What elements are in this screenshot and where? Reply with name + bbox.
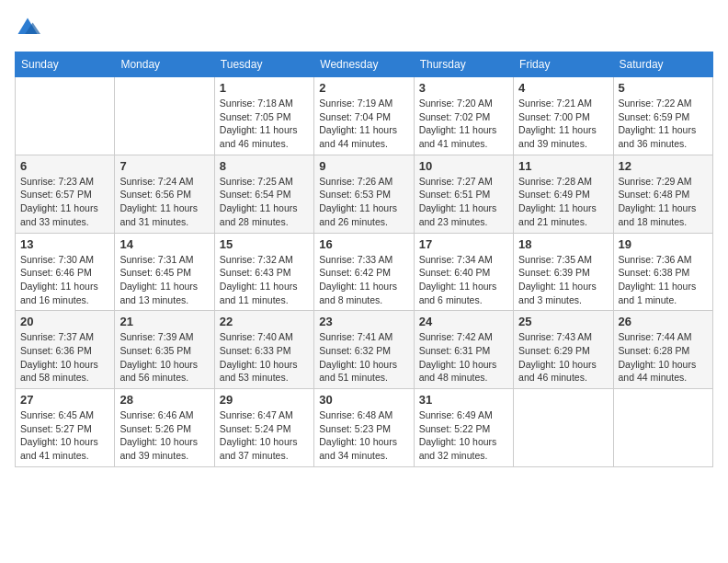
day-info: Sunrise: 7:42 AM Sunset: 6:31 PM Dayligh… (419, 330, 508, 385)
calendar-cell (16, 77, 115, 155)
calendar-cell: 12Sunrise: 7:29 AM Sunset: 6:48 PM Dayli… (613, 155, 712, 233)
day-info: Sunrise: 7:35 AM Sunset: 6:39 PM Dayligh… (518, 253, 608, 307)
day-info: Sunrise: 7:18 AM Sunset: 7:05 PM Dayligh… (220, 97, 309, 151)
calendar-cell: 1Sunrise: 7:18 AM Sunset: 7:05 PM Daylig… (214, 77, 313, 155)
day-number: 29 (220, 393, 309, 407)
day-info: Sunrise: 7:44 AM Sunset: 6:28 PM Dayligh… (619, 330, 708, 385)
day-number: 18 (518, 237, 608, 251)
calendar-week-3: 13Sunrise: 7:30 AM Sunset: 6:46 PM Dayli… (16, 233, 713, 311)
calendar-cell: 2Sunrise: 7:19 AM Sunset: 7:04 PM Daylig… (314, 77, 414, 155)
day-info: Sunrise: 7:37 AM Sunset: 6:36 PM Dayligh… (20, 330, 109, 385)
day-info: Sunrise: 7:36 AM Sunset: 6:38 PM Dayligh… (619, 253, 708, 307)
calendar-cell: 21Sunrise: 7:39 AM Sunset: 6:35 PM Dayli… (115, 311, 214, 389)
calendar-cell: 28Sunrise: 6:46 AM Sunset: 5:26 PM Dayli… (115, 389, 214, 467)
calendar-cell: 9Sunrise: 7:26 AM Sunset: 6:53 PM Daylig… (314, 155, 414, 233)
calendar-cell: 27Sunrise: 6:45 AM Sunset: 5:27 PM Dayli… (16, 389, 115, 467)
day-number: 23 (319, 315, 408, 328)
calendar-cell: 20Sunrise: 7:37 AM Sunset: 6:36 PM Dayli… (16, 311, 115, 389)
calendar-cell: 23Sunrise: 7:41 AM Sunset: 6:32 PM Dayli… (314, 311, 414, 389)
day-info: Sunrise: 7:29 AM Sunset: 6:48 PM Dayligh… (619, 175, 708, 229)
day-info: Sunrise: 7:34 AM Sunset: 6:40 PM Dayligh… (419, 253, 508, 307)
weekday-tuesday: Tuesday (214, 52, 313, 77)
calendar-cell: 26Sunrise: 7:44 AM Sunset: 6:28 PM Dayli… (613, 311, 712, 389)
day-info: Sunrise: 7:26 AM Sunset: 6:53 PM Dayligh… (319, 175, 408, 229)
day-info: Sunrise: 6:48 AM Sunset: 5:23 PM Dayligh… (319, 408, 408, 463)
calendar-cell: 3Sunrise: 7:20 AM Sunset: 7:02 PM Daylig… (414, 77, 513, 155)
day-number: 30 (319, 393, 408, 407)
day-info: Sunrise: 7:27 AM Sunset: 6:51 PM Dayligh… (419, 175, 508, 229)
day-number: 28 (119, 393, 209, 407)
day-info: Sunrise: 7:20 AM Sunset: 7:02 PM Dayligh… (419, 97, 508, 151)
calendar-body: 1Sunrise: 7:18 AM Sunset: 7:05 PM Daylig… (16, 77, 713, 467)
day-info: Sunrise: 6:47 AM Sunset: 5:24 PM Dayligh… (220, 408, 309, 463)
calendar-cell: 4Sunrise: 7:21 AM Sunset: 7:00 PM Daylig… (514, 77, 613, 155)
day-number: 2 (319, 81, 408, 95)
day-number: 26 (619, 315, 708, 328)
calendar-cell: 10Sunrise: 7:27 AM Sunset: 6:51 PM Dayli… (414, 155, 513, 233)
day-number: 27 (20, 393, 109, 407)
calendar-cell: 15Sunrise: 7:32 AM Sunset: 6:43 PM Dayli… (214, 233, 313, 311)
day-info: Sunrise: 7:41 AM Sunset: 6:32 PM Dayligh… (319, 330, 408, 385)
calendar-cell (613, 389, 712, 467)
day-info: Sunrise: 7:33 AM Sunset: 6:42 PM Dayligh… (319, 253, 408, 307)
day-info: Sunrise: 7:31 AM Sunset: 6:45 PM Dayligh… (119, 253, 209, 307)
weekday-wednesday: Wednesday (314, 52, 414, 77)
calendar-cell: 17Sunrise: 7:34 AM Sunset: 6:40 PM Dayli… (414, 233, 513, 311)
calendar-week-2: 6Sunrise: 7:23 AM Sunset: 6:57 PM Daylig… (16, 155, 713, 233)
day-number: 19 (619, 237, 708, 251)
calendar-week-5: 27Sunrise: 6:45 AM Sunset: 5:27 PM Dayli… (16, 389, 713, 467)
calendar-cell: 14Sunrise: 7:31 AM Sunset: 6:45 PM Dayli… (115, 233, 214, 311)
day-info: Sunrise: 7:25 AM Sunset: 6:54 PM Dayligh… (220, 175, 309, 229)
calendar-cell: 24Sunrise: 7:42 AM Sunset: 6:31 PM Dayli… (414, 311, 513, 389)
calendar-cell: 11Sunrise: 7:28 AM Sunset: 6:49 PM Dayli… (514, 155, 613, 233)
day-number: 17 (419, 237, 508, 251)
calendar-cell: 29Sunrise: 6:47 AM Sunset: 5:24 PM Dayli… (214, 389, 313, 467)
calendar-cell (115, 77, 214, 155)
weekday-monday: Monday (115, 52, 214, 77)
calendar-cell: 6Sunrise: 7:23 AM Sunset: 6:57 PM Daylig… (16, 155, 115, 233)
day-number: 16 (319, 237, 408, 251)
day-number: 24 (419, 315, 508, 328)
weekday-sunday: Sunday (16, 52, 115, 77)
day-number: 4 (518, 81, 608, 95)
day-info: Sunrise: 7:24 AM Sunset: 6:56 PM Dayligh… (119, 175, 209, 229)
calendar-week-1: 1Sunrise: 7:18 AM Sunset: 7:05 PM Daylig… (16, 77, 713, 155)
logo (15, 15, 44, 40)
logo-icon (15, 15, 40, 40)
day-number: 22 (220, 315, 309, 328)
calendar-cell: 25Sunrise: 7:43 AM Sunset: 6:29 PM Dayli… (514, 311, 613, 389)
calendar-cell: 7Sunrise: 7:24 AM Sunset: 6:56 PM Daylig… (115, 155, 214, 233)
calendar-cell: 30Sunrise: 6:48 AM Sunset: 5:23 PM Dayli… (314, 389, 414, 467)
day-number: 6 (20, 159, 109, 173)
weekday-header-row: SundayMondayTuesdayWednesdayThursdayFrid… (16, 52, 713, 77)
day-number: 20 (20, 315, 109, 328)
weekday-friday: Friday (514, 52, 613, 77)
calendar-header: SundayMondayTuesdayWednesdayThursdayFrid… (16, 52, 713, 77)
calendar-cell: 19Sunrise: 7:36 AM Sunset: 6:38 PM Dayli… (613, 233, 712, 311)
day-number: 11 (518, 159, 608, 173)
weekday-saturday: Saturday (613, 52, 712, 77)
day-info: Sunrise: 7:40 AM Sunset: 6:33 PM Dayligh… (220, 330, 309, 385)
calendar-cell: 13Sunrise: 7:30 AM Sunset: 6:46 PM Dayli… (16, 233, 115, 311)
day-info: Sunrise: 7:19 AM Sunset: 7:04 PM Dayligh… (319, 97, 408, 151)
day-number: 12 (619, 159, 708, 173)
day-number: 5 (619, 81, 708, 95)
weekday-thursday: Thursday (414, 52, 513, 77)
calendar-cell (514, 389, 613, 467)
day-info: Sunrise: 6:46 AM Sunset: 5:26 PM Dayligh… (119, 408, 209, 463)
day-info: Sunrise: 7:39 AM Sunset: 6:35 PM Dayligh… (119, 330, 209, 385)
day-info: Sunrise: 7:28 AM Sunset: 6:49 PM Dayligh… (518, 175, 608, 229)
day-number: 31 (419, 393, 508, 407)
calendar-cell: 5Sunrise: 7:22 AM Sunset: 6:59 PM Daylig… (613, 77, 712, 155)
day-info: Sunrise: 7:23 AM Sunset: 6:57 PM Dayligh… (20, 175, 109, 229)
day-info: Sunrise: 7:22 AM Sunset: 6:59 PM Dayligh… (619, 97, 708, 151)
day-info: Sunrise: 6:45 AM Sunset: 5:27 PM Dayligh… (20, 408, 109, 463)
day-number: 13 (20, 237, 109, 251)
day-info: Sunrise: 7:32 AM Sunset: 6:43 PM Dayligh… (220, 253, 309, 307)
day-info: Sunrise: 6:49 AM Sunset: 5:22 PM Dayligh… (419, 408, 508, 463)
day-info: Sunrise: 7:43 AM Sunset: 6:29 PM Dayligh… (518, 330, 608, 385)
day-info: Sunrise: 7:30 AM Sunset: 6:46 PM Dayligh… (20, 253, 109, 307)
day-number: 14 (119, 237, 209, 251)
day-number: 8 (220, 159, 309, 173)
calendar-table: SundayMondayTuesdayWednesdayThursdayFrid… (15, 52, 713, 467)
